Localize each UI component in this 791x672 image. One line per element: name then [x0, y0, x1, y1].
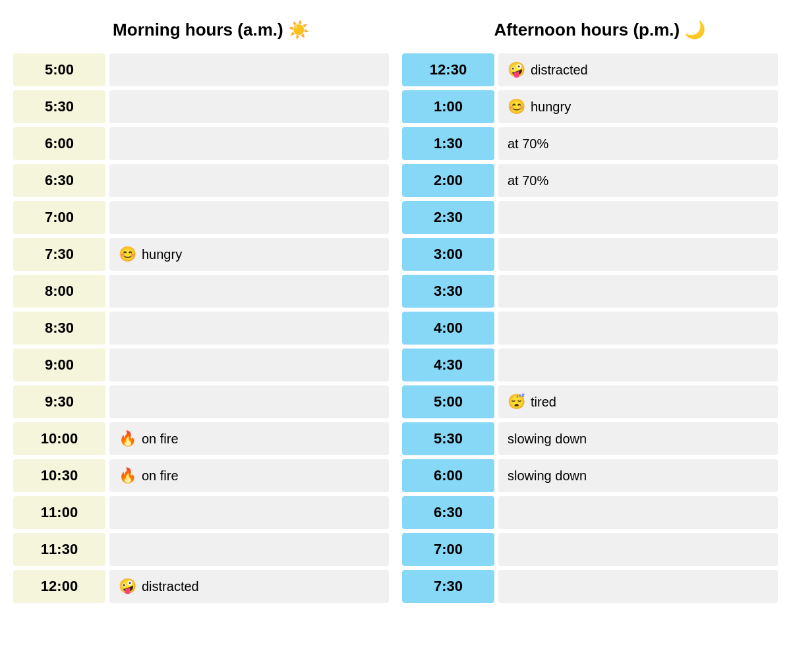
morning-time-cell: 11:00: [13, 496, 105, 529]
morning-time-cell: 7:30: [13, 238, 105, 271]
afternoon-time-cell: 2:30: [402, 201, 494, 234]
table-row: 6:00: [13, 127, 389, 160]
afternoon-note-cell: 😊hungry: [498, 90, 778, 123]
morning-note-cell: 🤪distracted: [109, 570, 389, 603]
morning-time-cell: 5:30: [13, 90, 105, 123]
morning-time-cell: 5:00: [13, 53, 105, 86]
morning-time-cell: 6:30: [13, 164, 105, 197]
morning-time-cell: 10:30: [13, 459, 105, 492]
note-text: hungry: [142, 247, 182, 262]
note-text: on fire: [142, 468, 179, 484]
afternoon-note-cell: [498, 201, 778, 234]
morning-note-cell: [109, 201, 389, 234]
table-row: 4:00: [402, 312, 778, 345]
note-text: on fire: [142, 432, 179, 447]
table-row: 5:00: [13, 53, 389, 86]
afternoon-time-cell: 5:30: [402, 422, 494, 455]
morning-note-cell: [109, 90, 389, 123]
morning-note-cell: [109, 312, 389, 345]
note-text: at 70%: [508, 173, 548, 188]
note-emoji: 🔥: [119, 467, 136, 484]
afternoon-note-cell: [498, 496, 778, 529]
afternoon-note-cell: [498, 533, 778, 566]
morning-note-cell: [109, 164, 389, 197]
afternoon-time-cell: 12:30: [402, 53, 494, 86]
note-text: distracted: [531, 63, 588, 78]
afternoon-time-cell: 2:00: [402, 164, 494, 197]
afternoon-time-cell: 6:00: [402, 459, 494, 492]
table-row: 11:30: [13, 533, 389, 566]
table-row: 12:30🤪distracted: [402, 53, 778, 86]
note-text: slowing down: [508, 468, 587, 484]
afternoon-note-cell: [498, 570, 778, 603]
morning-note-cell: [109, 275, 389, 308]
table-row: 10:00🔥on fire: [13, 422, 389, 455]
table-row: 6:30: [402, 496, 778, 529]
afternoon-note-cell: [498, 312, 778, 345]
table-row: 11:00: [13, 496, 389, 529]
morning-time-cell: 11:30: [13, 533, 105, 566]
morning-header: Morning hours (a.m.) ☀️: [13, 20, 396, 40]
morning-time-cell: 10:00: [13, 422, 105, 455]
note-emoji: 🤪: [508, 61, 525, 78]
table-row: 5:30slowing down: [402, 422, 778, 455]
morning-time-cell: 8:00: [13, 275, 105, 308]
table-row: 7:00: [402, 533, 778, 566]
afternoon-note-cell: [498, 349, 778, 381]
note-emoji: 🔥: [119, 430, 136, 447]
afternoon-note-cell: [498, 238, 778, 271]
morning-note-cell: 😊hungry: [109, 238, 389, 271]
table-row: 7:00: [13, 201, 389, 234]
morning-col: 5:005:306:006:307:007:30😊hungry8:008:309…: [13, 53, 389, 603]
note-emoji: 🤪: [119, 578, 136, 595]
afternoon-note-cell: 😴tired: [498, 385, 778, 418]
table-row: 7:30😊hungry: [13, 238, 389, 271]
afternoon-time-cell: 4:00: [402, 312, 494, 345]
table-row: 5:00😴tired: [402, 385, 778, 418]
table-row: 7:30: [402, 570, 778, 603]
note-text: tired: [531, 395, 556, 410]
table-row: 1:30at 70%: [402, 127, 778, 160]
afternoon-header: Afternoon hours (p.m.) 🌙: [396, 20, 778, 40]
table-row: 6:00slowing down: [402, 459, 778, 492]
afternoon-time-cell: 1:30: [402, 127, 494, 160]
note-text: hungry: [531, 99, 571, 115]
afternoon-time-cell: 7:00: [402, 533, 494, 566]
morning-note-cell: 🔥on fire: [109, 459, 389, 492]
note-emoji: 😊: [119, 246, 136, 263]
table-row: 3:30: [402, 275, 778, 308]
table-row: 2:00at 70%: [402, 164, 778, 197]
morning-time-cell: 9:00: [13, 349, 105, 381]
afternoon-time-cell: 5:00: [402, 385, 494, 418]
afternoon-note-cell: at 70%: [498, 164, 778, 197]
morning-note-cell: [109, 385, 389, 418]
afternoon-note-cell: [498, 275, 778, 308]
note-text: slowing down: [508, 432, 587, 447]
table-row: 2:30: [402, 201, 778, 234]
note-emoji: 😴: [508, 393, 525, 410]
morning-note-cell: [109, 349, 389, 381]
table-row: 5:30: [13, 90, 389, 123]
table-row: 1:00😊hungry: [402, 90, 778, 123]
afternoon-time-cell: 1:00: [402, 90, 494, 123]
morning-time-cell: 12:00: [13, 570, 105, 603]
table-row: 8:30: [13, 312, 389, 345]
morning-note-cell: 🔥on fire: [109, 422, 389, 455]
note-text: distracted: [142, 579, 199, 594]
morning-note-cell: [109, 496, 389, 529]
afternoon-time-cell: 3:00: [402, 238, 494, 271]
table-row: 4:30: [402, 349, 778, 381]
afternoon-note-cell: slowing down: [498, 422, 778, 455]
afternoon-time-cell: 7:30: [402, 570, 494, 603]
morning-time-cell: 6:00: [13, 127, 105, 160]
afternoon-time-cell: 4:30: [402, 349, 494, 381]
afternoon-note-cell: 🤪distracted: [498, 53, 778, 86]
morning-note-cell: [109, 53, 389, 86]
note-text: at 70%: [508, 136, 548, 152]
morning-time-cell: 9:30: [13, 385, 105, 418]
schedule-container: 5:005:306:006:307:007:30😊hungry8:008:309…: [13, 53, 778, 603]
table-row: 9:00: [13, 349, 389, 381]
afternoon-note-cell: slowing down: [498, 459, 778, 492]
afternoon-col: 12:30🤪distracted1:00😊hungry1:30at 70%2:0…: [402, 53, 778, 603]
morning-note-cell: [109, 127, 389, 160]
